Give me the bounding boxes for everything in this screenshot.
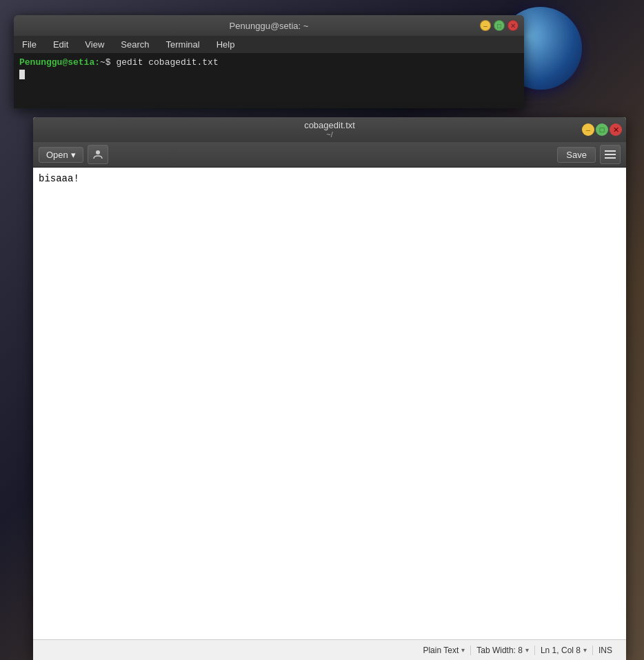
gedit-title: cobagedit.txt ~/ — [33, 120, 626, 140]
open-label: Open — [46, 150, 68, 160]
statusbar-ins-label: INS — [598, 646, 612, 655]
terminal-menu-help[interactable]: Help — [214, 38, 238, 51]
terminal-command: gedit cobagedit.txt — [111, 57, 219, 68]
terminal-menu-search[interactable]: Search — [118, 38, 152, 51]
gedit-editor[interactable] — [33, 168, 626, 637]
gedit-maximize-button[interactable]: □ — [596, 123, 608, 136]
gedit-save-button[interactable]: Save — [557, 147, 596, 163]
terminal-hostname: Penunggu@setia: — [19, 57, 100, 68]
terminal-menu-file[interactable]: File — [19, 38, 39, 51]
svg-point-0 — [96, 150, 100, 154]
gedit-minimize-button[interactable]: – — [582, 123, 594, 136]
statusbar-tabwidth-label: Tab Width: 8 — [476, 646, 523, 655]
open-arrow-icon: ▾ — [71, 150, 76, 160]
gedit-window: cobagedit.txt ~/ – □ ✕ Open ▾ Save — [33, 117, 626, 660]
statusbar-language-label: Plain Text — [423, 646, 459, 655]
gedit-statusbar: Plain Text ▾ Tab Width: 8 ▾ Ln 1, Col 8 … — [33, 639, 626, 660]
gedit-title-path: ~/ — [33, 130, 626, 139]
tabwidth-chevron-icon: ▾ — [525, 646, 529, 654]
terminal-menubar: File Edit View Search Terminal Help — [14, 36, 524, 53]
terminal-window: Penunggu@setia: ~ – □ ✕ File Edit View S… — [14, 15, 524, 108]
terminal-titlebar: Penunggu@setia: ~ – □ ✕ — [14, 15, 524, 36]
gedit-title-filename: cobagedit.txt — [33, 120, 626, 131]
statusbar-tabwidth-section[interactable]: Tab Width: 8 ▾ — [471, 646, 535, 655]
terminal-menu-view[interactable]: View — [82, 38, 107, 51]
terminal-content: Penunggu@setia:~$ gedit cobagedit.txt — [14, 53, 524, 108]
statusbar-ins-section: INS — [593, 646, 618, 655]
terminal-prompt-dir: ~ — [100, 57, 105, 68]
terminal-close-button[interactable]: ✕ — [507, 20, 519, 31]
gedit-hamburger-button[interactable] — [600, 145, 621, 164]
terminal-menu-terminal[interactable]: Terminal — [163, 38, 203, 51]
terminal-maximize-button[interactable]: □ — [494, 20, 505, 31]
terminal-prompt-symbol: $ — [105, 57, 111, 68]
terminal-controls: – □ ✕ — [480, 20, 519, 31]
gedit-open-button[interactable]: Open ▾ — [39, 147, 83, 163]
gedit-titlebar: cobagedit.txt ~/ – □ ✕ — [33, 117, 626, 142]
hamburger-icon — [605, 150, 616, 159]
statusbar-cursor-label: Ln 1, Col 8 — [541, 646, 581, 655]
terminal-menu-edit[interactable]: Edit — [50, 38, 71, 51]
terminal-cursor — [19, 70, 25, 79]
gedit-toolbar: Open ▾ Save — [33, 142, 626, 168]
gedit-contacts-button[interactable] — [88, 145, 108, 164]
terminal-prompt-line: Penunggu@setia:~$ gedit cobagedit.txt — [19, 57, 519, 68]
terminal-minimize-button[interactable]: – — [480, 20, 491, 31]
terminal-title: Penunggu@setia: ~ — [230, 21, 309, 31]
language-chevron-icon: ▾ — [461, 646, 465, 654]
contacts-icon — [92, 149, 103, 160]
gedit-close-button[interactable]: ✕ — [610, 123, 622, 136]
statusbar-language-section[interactable]: Plain Text ▾ — [417, 646, 471, 655]
gedit-window-controls: – □ ✕ — [582, 123, 622, 136]
cursor-chevron-icon: ▾ — [583, 646, 587, 654]
statusbar-cursor-section[interactable]: Ln 1, Col 8 ▾ — [535, 646, 593, 655]
